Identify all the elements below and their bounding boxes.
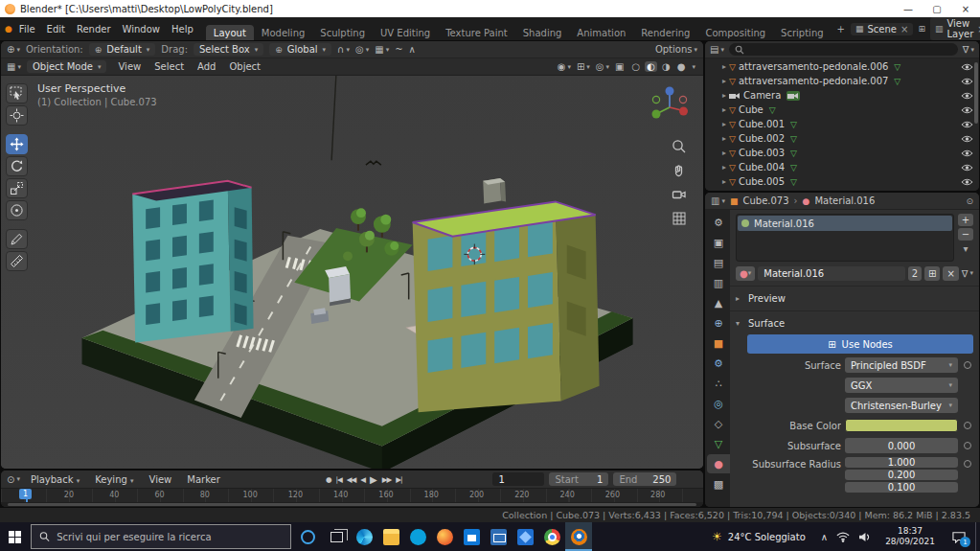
taskbar-search[interactable] <box>31 524 291 549</box>
properties-tab-object-data[interactable]: ▽ <box>707 434 730 453</box>
jump-end-button[interactable]: ▶| <box>394 474 403 485</box>
slot-specials-icon[interactable]: ▾ <box>958 242 973 255</box>
close-button[interactable]: × <box>951 0 980 17</box>
auto-key-button[interactable]: ● <box>324 474 333 485</box>
taskbar-app-chrome[interactable] <box>538 522 565 551</box>
mode-dropdown[interactable]: Object Mode▾ <box>27 60 107 73</box>
timeline-editor-icon[interactable]: ⊙ ▾ <box>7 474 20 485</box>
start-frame-field[interactable]: Start1 <box>549 472 608 486</box>
shading-dropdown-icon[interactable]: ▾ <box>690 63 697 71</box>
workspace-tab-scripting[interactable]: Scripting <box>773 25 831 40</box>
pin-icon[interactable]: ⊙ <box>966 196 973 206</box>
outliner-item-camera[interactable]: ▸Camera <box>705 88 979 103</box>
workspace-tab-uv-editing[interactable]: UV Editing <box>373 25 438 40</box>
menu-render[interactable]: Render <box>71 22 117 36</box>
end-frame-field[interactable]: End250 <box>613 472 676 486</box>
scene-selector[interactable]: ▦ Scene × <box>851 23 913 35</box>
users-count-button[interactable]: 2 <box>908 266 922 281</box>
expand-icon[interactable]: ▸ <box>722 149 726 157</box>
surface-socket-icon[interactable] <box>962 361 973 369</box>
jump-start-button[interactable]: |◀ <box>333 474 343 485</box>
viewport-menu-add[interactable]: Add <box>192 59 221 74</box>
taskbar-app-file-explorer[interactable] <box>377 522 404 551</box>
expand-icon[interactable]: ▸ <box>722 163 726 172</box>
workspace-tab-layout[interactable]: Layout <box>206 25 254 40</box>
surface-section-header[interactable]: ▾ Surface <box>736 315 973 332</box>
minimize-button[interactable]: — <box>894 0 923 17</box>
viewport-menu-view[interactable]: View <box>112 59 147 74</box>
properties-editor-icon[interactable]: ▥ ▾ <box>711 195 725 206</box>
base-color-swatch[interactable] <box>845 419 958 432</box>
workspace-tab-sculpting[interactable]: Sculpting <box>312 25 373 40</box>
task-view-button[interactable] <box>322 522 351 551</box>
base-color-socket-icon[interactable] <box>962 422 973 429</box>
menu-window[interactable]: Window <box>117 22 166 36</box>
expand-icon[interactable]: ▸ <box>722 105 726 114</box>
use-nodes-button[interactable]: ⊞ Use Nodes <box>747 334 973 354</box>
unlink-material-icon[interactable]: × <box>943 266 958 281</box>
select-box-tool[interactable] <box>6 83 28 103</box>
subsurface-radius-y-field[interactable]: 0.200 <box>845 470 958 480</box>
add-slot-button[interactable]: + <box>958 214 973 226</box>
annotate-tool[interactable] <box>6 229 28 249</box>
taskbar-app-skype[interactable] <box>404 522 431 551</box>
workspace-tab-compositing[interactable]: Compositing <box>697 25 773 40</box>
properties-tab-tool[interactable]: ⚙ <box>707 213 730 232</box>
subsurface-value-field[interactable]: 0.000 <box>845 438 958 453</box>
zoom-icon[interactable] <box>672 139 687 154</box>
expand-icon[interactable]: ▸ <box>722 91 726 100</box>
properties-tab-material[interactable]: ● <box>707 454 730 473</box>
maximize-button[interactable]: ▢ <box>923 0 951 17</box>
outliner-item-cube-003[interactable]: ▸▽Cube.003▽ <box>705 146 979 160</box>
properties-tab-render[interactable]: ▣ <box>707 233 730 252</box>
subsurface-radius-x-field[interactable]: 1.000 <box>845 457 958 468</box>
timeline-ruler[interactable]: 1 20406080100120140160180200220240260280 <box>1 488 703 502</box>
rotate-tool[interactable] <box>6 156 28 176</box>
taskbar-app-blender[interactable] <box>565 522 592 551</box>
show-desktop-button[interactable] <box>975 522 980 551</box>
properties-tab-constraints[interactable]: ◇ <box>707 414 730 433</box>
rendered-shading-icon[interactable]: ● <box>675 61 688 72</box>
outliner-item-cube[interactable]: ▸▽Cube▽ <box>705 103 979 117</box>
properties-tab-object[interactable]: ■ <box>707 333 730 353</box>
properties-tab-particles[interactable]: ∴ <box>707 374 730 393</box>
overlays-dropdown[interactable]: ◎ ▾ <box>596 61 609 72</box>
outliner-scrollbar[interactable] <box>974 62 978 124</box>
timeline-menu-marker[interactable]: Marker <box>181 472 226 487</box>
properties-tab-physics[interactable]: ◎ <box>707 394 730 413</box>
pan-hand-icon[interactable] <box>672 163 687 178</box>
properties-tab-view-layer[interactable]: ▥ <box>707 273 730 292</box>
outliner-item-cube-005[interactable]: ▸▽Cube.005▽ <box>705 174 979 189</box>
properties-tab-world[interactable]: ⊕ <box>707 313 730 333</box>
subsurface-socket-icon[interactable] <box>962 442 973 449</box>
workspace-tab-shading[interactable]: Shading <box>515 25 570 40</box>
solid-shading-icon[interactable]: ◐ <box>645 61 657 72</box>
start-button[interactable] <box>0 522 29 551</box>
workspace-tab-texture-paint[interactable]: Texture Paint <box>438 25 515 40</box>
add-workspace-button[interactable]: + <box>832 21 850 36</box>
expand-icon[interactable]: ▸ <box>722 62 726 71</box>
subsurface-method-dropdown[interactable]: Christensen-Burley▾ <box>845 398 958 413</box>
wireframe-shading-icon[interactable]: ○ <box>630 61 643 72</box>
eye-icon[interactable] <box>961 177 973 187</box>
outliner-editor-icon[interactable]: ▤ ▾ <box>710 44 724 55</box>
blender-menu-icon[interactable]: ● <box>5 24 12 34</box>
browse-material-icon[interactable]: ●▾ <box>736 266 755 281</box>
outliner-search[interactable] <box>729 43 958 56</box>
properties-tab-texture[interactable]: ▩ <box>707 474 730 494</box>
transform-orientation-dropdown[interactable]: ⊕Global▾ <box>269 43 331 56</box>
options-dropdown[interactable]: Options ▾ <box>655 44 697 55</box>
taskbar-app-mail[interactable] <box>485 522 512 551</box>
proportional-edit-icon[interactable]: ◎ ▾ <box>355 44 369 55</box>
cortana-button[interactable] <box>293 522 322 551</box>
camera-view-icon[interactable] <box>672 187 687 202</box>
eye-icon[interactable] <box>961 163 973 172</box>
material-slot[interactable]: Material.016 <box>738 216 952 231</box>
next-keyframe-button[interactable]: ▶▶ <box>380 474 394 485</box>
workspace-tab-animation[interactable]: Animation <box>569 25 633 40</box>
search-input[interactable] <box>57 532 283 542</box>
eye-icon[interactable] <box>961 105 973 115</box>
timeline-menu-view[interactable]: View <box>144 472 178 487</box>
timeline-menu-playback[interactable]: Playback ▾ <box>25 472 85 487</box>
building-left[interactable] <box>132 181 253 343</box>
